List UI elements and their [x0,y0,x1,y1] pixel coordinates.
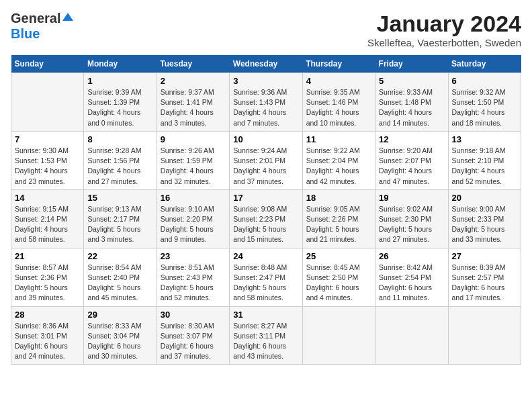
calendar-cell: 11Sunrise: 9:22 AM Sunset: 2:04 PM Dayli… [302,131,375,189]
day-number: 11 [306,134,371,144]
day-info: Sunrise: 9:13 AM Sunset: 2:17 PM Dayligh… [87,204,152,245]
day-header-sunday: Sunday [11,55,84,73]
day-number: 25 [306,251,371,261]
day-info: Sunrise: 9:32 AM Sunset: 1:50 PM Dayligh… [452,87,517,128]
calendar-cell: 30Sunrise: 8:30 AM Sunset: 3:07 PM Dayli… [157,306,229,365]
day-number: 16 [161,193,226,203]
day-info: Sunrise: 9:28 AM Sunset: 1:56 PM Dayligh… [87,146,152,187]
calendar-cell: 20Sunrise: 9:00 AM Sunset: 2:33 PM Dayli… [448,189,521,248]
day-info: Sunrise: 8:27 AM Sunset: 3:11 PM Dayligh… [233,321,298,362]
day-number: 4 [306,76,371,86]
day-info: Sunrise: 8:39 AM Sunset: 2:57 PM Dayligh… [452,263,517,304]
calendar-cell: 31Sunrise: 8:27 AM Sunset: 3:11 PM Dayli… [230,306,302,365]
day-header-thursday: Thursday [302,55,375,73]
calendar-cell: 10Sunrise: 9:24 AM Sunset: 2:01 PM Dayli… [230,131,302,189]
day-info: Sunrise: 8:54 AM Sunset: 2:40 PM Dayligh… [87,263,152,304]
calendar-cell: 26Sunrise: 8:42 AM Sunset: 2:54 PM Dayli… [375,248,448,306]
calendar-cell: 18Sunrise: 9:05 AM Sunset: 2:26 PM Dayli… [302,189,375,248]
calendar-cell: 12Sunrise: 9:20 AM Sunset: 2:07 PM Dayli… [375,131,448,189]
calendar-cell: 2Sunrise: 9:37 AM Sunset: 1:41 PM Daylig… [157,73,229,132]
day-number: 29 [87,310,152,320]
day-info: Sunrise: 8:48 AM Sunset: 2:47 PM Dayligh… [233,263,298,304]
day-number: 2 [161,76,226,86]
location-subtitle: Skelleftea, Vaesterbotten, Sweden [367,37,521,48]
logo: General Blue [11,11,74,42]
day-number: 20 [452,193,517,203]
day-number: 14 [15,193,80,203]
week-row-3: 14Sunrise: 9:15 AM Sunset: 2:14 PM Dayli… [11,189,521,248]
day-number: 3 [233,76,298,86]
day-number: 27 [452,251,517,261]
week-row-5: 28Sunrise: 8:36 AM Sunset: 3:01 PM Dayli… [11,306,521,365]
calendar-cell: 8Sunrise: 9:28 AM Sunset: 1:56 PM Daylig… [84,131,157,189]
day-info: Sunrise: 9:26 AM Sunset: 1:59 PM Dayligh… [161,146,226,187]
calendar-cell [302,306,375,365]
logo-blue: Blue [11,26,40,42]
day-info: Sunrise: 9:35 AM Sunset: 1:46 PM Dayligh… [306,87,371,128]
day-number: 13 [452,134,517,144]
calendar-cell: 6Sunrise: 9:32 AM Sunset: 1:50 PM Daylig… [448,73,521,132]
day-header-friday: Friday [375,55,448,73]
calendar-cell: 14Sunrise: 9:15 AM Sunset: 2:14 PM Dayli… [11,189,84,248]
day-info: Sunrise: 9:18 AM Sunset: 2:10 PM Dayligh… [452,146,517,187]
day-number: 31 [233,310,298,320]
day-number: 10 [233,134,298,144]
day-number: 26 [379,251,444,261]
title-area: January 2024 Skelleftea, Vaesterbotten, … [367,11,521,48]
calendar-cell: 17Sunrise: 9:08 AM Sunset: 2:23 PM Dayli… [230,189,302,248]
day-number: 23 [161,251,226,261]
calendar-cell: 1Sunrise: 9:39 AM Sunset: 1:39 PM Daylig… [84,73,157,132]
calendar-cell: 25Sunrise: 8:45 AM Sunset: 2:50 PM Dayli… [302,248,375,306]
calendar-cell: 22Sunrise: 8:54 AM Sunset: 2:40 PM Dayli… [84,248,157,306]
calendar-cell: 29Sunrise: 8:33 AM Sunset: 3:04 PM Dayli… [84,306,157,365]
day-number: 5 [379,76,444,86]
day-number: 17 [233,193,298,203]
day-info: Sunrise: 8:57 AM Sunset: 2:36 PM Dayligh… [15,263,80,304]
week-row-1: 1Sunrise: 9:39 AM Sunset: 1:39 PM Daylig… [11,73,521,132]
day-header-wednesday: Wednesday [230,55,302,73]
calendar-cell: 5Sunrise: 9:33 AM Sunset: 1:48 PM Daylig… [375,73,448,132]
calendar-cell: 13Sunrise: 9:18 AM Sunset: 2:10 PM Dayli… [448,131,521,189]
day-number: 18 [306,193,371,203]
logo-arrow-icon [62,11,74,24]
calendar-cell: 21Sunrise: 8:57 AM Sunset: 2:36 PM Dayli… [11,248,84,306]
day-info: Sunrise: 8:42 AM Sunset: 2:54 PM Dayligh… [379,263,444,304]
calendar-cell: 27Sunrise: 8:39 AM Sunset: 2:57 PM Dayli… [448,248,521,306]
day-number: 15 [87,193,152,203]
day-info: Sunrise: 9:22 AM Sunset: 2:04 PM Dayligh… [306,146,371,187]
day-info: Sunrise: 8:36 AM Sunset: 3:01 PM Dayligh… [15,321,80,362]
day-number: 7 [15,134,80,144]
calendar-cell [448,306,521,365]
day-info: Sunrise: 8:30 AM Sunset: 3:07 PM Dayligh… [161,321,226,362]
day-number: 6 [452,76,517,86]
day-info: Sunrise: 9:33 AM Sunset: 1:48 PM Dayligh… [379,87,444,128]
month-title: January 2024 [367,11,521,37]
day-number: 12 [379,134,444,144]
day-number: 1 [87,76,152,86]
day-info: Sunrise: 9:08 AM Sunset: 2:23 PM Dayligh… [233,204,298,245]
day-info: Sunrise: 8:33 AM Sunset: 3:04 PM Dayligh… [87,321,152,362]
calendar-cell: 15Sunrise: 9:13 AM Sunset: 2:17 PM Dayli… [84,189,157,248]
day-number: 30 [161,310,226,320]
day-info: Sunrise: 9:30 AM Sunset: 1:53 PM Dayligh… [15,146,80,187]
header: General Blue January 2024 Skelleftea, Va… [11,11,521,48]
day-info: Sunrise: 9:36 AM Sunset: 1:43 PM Dayligh… [233,87,298,128]
day-info: Sunrise: 8:51 AM Sunset: 2:43 PM Dayligh… [161,263,226,304]
day-number: 22 [87,251,152,261]
calendar-cell [375,306,448,365]
calendar-cell: 23Sunrise: 8:51 AM Sunset: 2:43 PM Dayli… [157,248,229,306]
calendar-cell [11,73,84,132]
day-number: 24 [233,251,298,261]
svg-marker-0 [62,13,73,21]
day-number: 19 [379,193,444,203]
logo-general: General [11,11,60,26]
calendar-cell: 3Sunrise: 9:36 AM Sunset: 1:43 PM Daylig… [230,73,302,132]
calendar-cell: 9Sunrise: 9:26 AM Sunset: 1:59 PM Daylig… [157,131,229,189]
week-row-2: 7Sunrise: 9:30 AM Sunset: 1:53 PM Daylig… [11,131,521,189]
calendar-cell: 7Sunrise: 9:30 AM Sunset: 1:53 PM Daylig… [11,131,84,189]
day-number: 28 [15,310,80,320]
day-info: Sunrise: 8:45 AM Sunset: 2:50 PM Dayligh… [306,263,371,304]
day-header-saturday: Saturday [448,55,521,73]
day-number: 8 [87,134,152,144]
calendar-table: SundayMondayTuesdayWednesdayThursdayFrid… [11,55,521,365]
